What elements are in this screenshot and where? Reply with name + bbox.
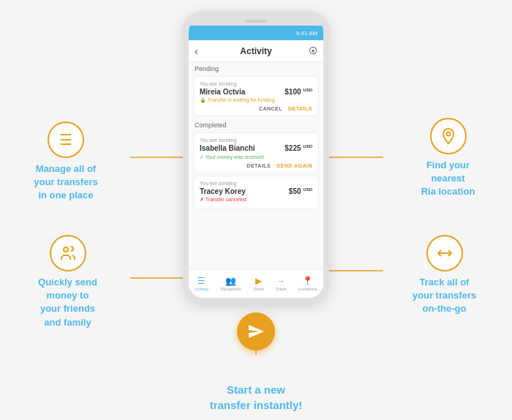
pending-amount: $100 USD [285, 88, 312, 96]
phone-content: Pending You are sending Mireia Octvia $1… [189, 62, 323, 269]
cancel-button[interactable]: CANCEL [259, 106, 282, 111]
people-icon [59, 244, 77, 262]
send-icon-circle [50, 235, 86, 271]
completed-status-icon: ✓ [200, 154, 204, 160]
manage-icon: ☰ [59, 131, 72, 149]
pending-actions: CANCEL DETAILS [200, 106, 312, 111]
user-icon[interactable]: ⦿ [309, 46, 317, 56]
canceled-recipient-name: Tracey Korey [200, 187, 246, 195]
canceled-transfer-card: You are sending Tracey Korey $50 USD ✗ T… [193, 176, 319, 209]
manage-icon-circle: ☰ [48, 121, 84, 158]
nav-locations-label: Locations [298, 287, 317, 291]
details-button[interactable]: DETAILS [288, 106, 312, 111]
send-again-button[interactable]: SEND AGAIN [276, 163, 312, 168]
track-nav-icon: → [276, 276, 285, 286]
bottom-nav: ☰ Activity 👥 Recipients ▶ Send → Track 📍… [189, 269, 323, 298]
completed-transfer-card: You are sending Isabella Bianchi $225 US… [193, 132, 319, 173]
canceled-sending-label: You are sending [200, 181, 312, 186]
location-icon [440, 127, 457, 145]
pending-label: Pending [189, 62, 323, 74]
start-callout: Start a newtransfer instantly! [183, 382, 329, 413]
canceled-recipient-row: Tracey Korey $50 USD [200, 187, 312, 195]
nav-activity[interactable]: ☰ Activity [195, 276, 208, 291]
completed-label: Completed [189, 119, 323, 130]
start-callout-text: Start a newtransfer instantly! [183, 382, 329, 413]
nav-recipients[interactable]: 👥 Recipients [221, 276, 241, 291]
nav-send[interactable]: ▶ Send [253, 276, 263, 291]
track-icon-circle [426, 235, 463, 271]
nav-locations[interactable]: 📍 Locations [298, 276, 317, 291]
nav-track-label: Track [276, 287, 287, 291]
manage-callout: ☰ Manage all ofyour transfersin one plac… [7, 117, 124, 203]
status-time: 9:41 AM [296, 30, 317, 37]
send-callout: Quickly sendmoney toyour friendsand fami… [7, 230, 128, 329]
pending-sending-label: You are sending [200, 81, 312, 86]
find-callout: Find yournearestRia location [391, 113, 505, 199]
status-bar: 9:41 AM [189, 26, 323, 40]
completed-sending-label: You are sending [200, 138, 312, 143]
manage-callout-text: Manage all ofyour transfersin one place [7, 162, 124, 203]
back-button[interactable]: ‹ [195, 45, 198, 57]
svg-point-7 [446, 132, 450, 136]
completed-details-button[interactable]: DETAILS [246, 163, 271, 168]
canceled-status: ✗ Transfer canceled [200, 197, 312, 203]
phone-notch [189, 17, 323, 26]
track-callout: Track all ofyour transferson-the-go [384, 230, 505, 316]
canceled-amount: $50 USD [289, 187, 312, 195]
pending-transfer-card: You are sending Mireia Octvia $100 USD 🔒… [193, 76, 319, 116]
svg-point-6 [64, 247, 68, 252]
completed-amount: $225 USD [285, 144, 312, 152]
app-header: ‹ Activity ⦿ [189, 40, 323, 62]
track-callout-text: Track all ofyour transferson-the-go [384, 276, 505, 316]
completed-status: ✓ Your money was received [200, 154, 312, 160]
canceled-status-icon: ✗ [200, 197, 204, 202]
header-title: Activity [240, 46, 271, 56]
find-callout-text: Find yournearestRia location [391, 159, 505, 199]
track-icon [436, 244, 453, 262]
pending-status: 🔒 Transfer is waiting for funding [200, 97, 312, 103]
nav-track[interactable]: → Track [276, 276, 287, 291]
nav-activity-label: Activity [195, 287, 208, 291]
send-callout-text: Quickly sendmoney toyour friendsand fami… [7, 276, 128, 329]
pending-recipient-row: Mireia Octvia $100 USD [200, 88, 312, 96]
recipients-nav-icon: 👥 [225, 276, 236, 286]
nav-send-label: Send [253, 287, 263, 291]
completed-actions: DETAILS SEND AGAIN [200, 163, 312, 168]
find-icon-circle [430, 118, 467, 154]
pending-status-icon: 🔒 [200, 97, 206, 102]
nav-recipients-label: Recipients [221, 287, 241, 291]
send-nav-icon: ▶ [255, 276, 262, 286]
phone-mockup: 9:41 AM ‹ Activity ⦿ Pending You are sen… [183, 11, 329, 304]
send-fab-button[interactable] [237, 312, 275, 350]
pending-recipient-name: Mireia Octvia [200, 88, 245, 96]
completed-recipient-name: Isabella Bianchi [200, 144, 255, 152]
locations-nav-icon: 📍 [302, 276, 313, 286]
completed-recipient-row: Isabella Bianchi $225 USD [200, 144, 312, 152]
activity-nav-icon: ☰ [197, 276, 206, 286]
